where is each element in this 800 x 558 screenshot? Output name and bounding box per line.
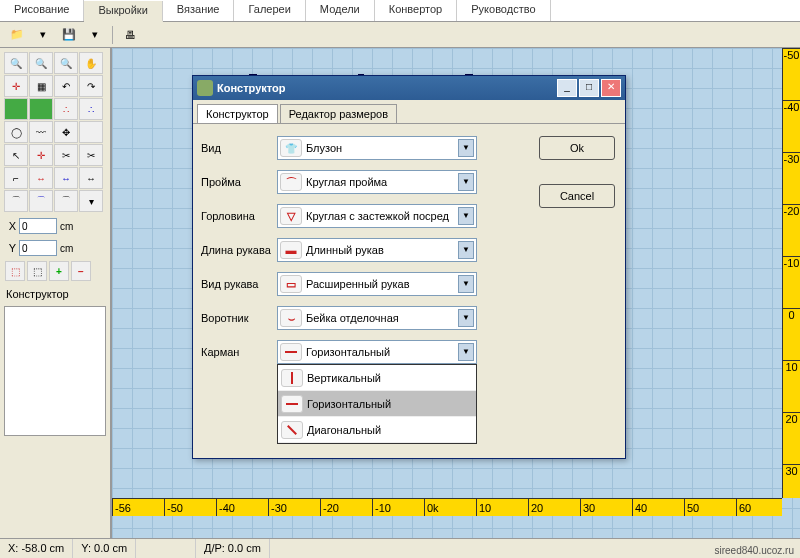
- field-label-sleeve-type: Вид рукава: [201, 278, 277, 290]
- corner-a-icon[interactable]: ⌐: [4, 167, 28, 189]
- combo-sleeve-len[interactable]: ▬ Длинный рукав ▼: [277, 238, 477, 262]
- dialog-title: Конструктор: [217, 82, 555, 94]
- front-piece-icon[interactable]: [4, 98, 28, 120]
- watermark: sireed840.ucoz.ru: [715, 545, 795, 556]
- chevron-down-icon[interactable]: ▾: [32, 25, 54, 45]
- y-label: Y: [6, 242, 16, 254]
- chevron-down-icon[interactable]: ▼: [458, 173, 474, 191]
- tab-constructor[interactable]: Конструктор: [197, 104, 278, 123]
- cancel-button[interactable]: Cancel: [539, 184, 615, 208]
- dropdown-item-vertical[interactable]: Вертикальный: [278, 365, 476, 391]
- mirror-x-icon[interactable]: ↔: [29, 167, 53, 189]
- status-y: Y: 0.0 cm: [73, 539, 136, 558]
- combo-armhole[interactable]: ⌒ Круглая пройма ▼: [277, 170, 477, 194]
- redo-icon[interactable]: ↷: [79, 75, 103, 97]
- combo-collar[interactable]: ⌣ Бейка отделочная ▼: [277, 306, 477, 330]
- dialog-tabs: Конструктор Редактор размеров: [193, 100, 625, 123]
- grid-icon[interactable]: ▦: [29, 75, 53, 97]
- cut-b-icon[interactable]: ✂: [79, 144, 103, 166]
- maximize-button[interactable]: □: [579, 79, 599, 97]
- tab-converter[interactable]: Конвертор: [375, 0, 457, 21]
- status-empty: [136, 539, 196, 558]
- remove-icon[interactable]: −: [71, 261, 91, 281]
- sleeve-len-icon: ▬: [280, 241, 302, 259]
- separator: [112, 26, 113, 44]
- curve-a-icon[interactable]: ⌒: [4, 190, 28, 212]
- tool-palette: 🔍 🔍 🔍 ✋ ✛ ▦ ↶ ↷ ∴ ∴ ◯ 〰 ✥ ↖ ✛ ✂ ✂ ⌐ ↔ ↔ …: [0, 48, 112, 538]
- status-dr: Д/Р: 0.0 cm: [196, 539, 270, 558]
- dropdown-item-diagonal[interactable]: Диагональный: [278, 417, 476, 443]
- chevron-down-icon[interactable]: ▼: [458, 139, 474, 157]
- x-input[interactable]: [19, 218, 57, 234]
- ok-button[interactable]: Ok: [539, 136, 615, 160]
- combo-neckline[interactable]: ▽ Круглая с застежкой посред ▼: [277, 204, 477, 228]
- y-input[interactable]: [19, 240, 57, 256]
- path-icon[interactable]: 〰: [29, 121, 53, 143]
- tab-galleries[interactable]: Галереи: [234, 0, 305, 21]
- combo-value: Длинный рукав: [306, 244, 458, 256]
- mirror-y-icon[interactable]: ↔: [54, 167, 78, 189]
- coord-y-row: Y cm: [2, 238, 108, 258]
- crosshair-icon[interactable]: ✛: [4, 75, 28, 97]
- chevron-down-icon[interactable]: ▼: [458, 241, 474, 259]
- tab-models[interactable]: Модели: [306, 0, 375, 21]
- add-icon[interactable]: +: [49, 261, 69, 281]
- dropdown-item-label: Вертикальный: [307, 372, 381, 384]
- undo-icon[interactable]: ↶: [54, 75, 78, 97]
- dialog-titlebar[interactable]: Конструктор _ □ ✕: [193, 76, 625, 100]
- cut-a-icon[interactable]: ✂: [54, 144, 78, 166]
- chevron-down-icon[interactable]: ▼: [458, 309, 474, 327]
- field-label-collar: Воротник: [201, 312, 277, 324]
- armhole-icon: ⌒: [280, 173, 302, 191]
- chevron-down-icon[interactable]: ▼: [458, 207, 474, 225]
- circle-icon[interactable]: ◯: [4, 121, 28, 143]
- points-a-icon[interactable]: ∴: [54, 98, 78, 120]
- tab-size-editor[interactable]: Редактор размеров: [280, 104, 397, 123]
- node-x-icon[interactable]: ✛: [29, 144, 53, 166]
- tab-manual[interactable]: Руководство: [457, 0, 550, 21]
- ruler-horizontal: -56-50-40-30-20-100k102030405060: [112, 498, 782, 516]
- select-rect-icon[interactable]: ⬚: [5, 261, 25, 281]
- print-icon[interactable]: 🖶: [119, 25, 141, 45]
- curve-y-icon[interactable]: ⌒: [29, 190, 53, 212]
- chevron-down-icon[interactable]: ▼: [458, 343, 474, 361]
- zoom-out-icon[interactable]: 🔍: [29, 52, 53, 74]
- chevron-down-icon[interactable]: ▾: [84, 25, 106, 45]
- dropdown-item-label: Горизонтальный: [307, 398, 391, 410]
- minimize-button[interactable]: _: [557, 79, 577, 97]
- deselect-icon[interactable]: ⬚: [27, 261, 47, 281]
- pocket-icon: [280, 343, 302, 361]
- combo-pocket[interactable]: Горизонтальный ▼: [277, 340, 477, 364]
- combo-sleeve-type[interactable]: ▭ Расширенный рукав ▼: [277, 272, 477, 296]
- unit-label: cm: [60, 221, 73, 232]
- back-piece-icon[interactable]: [29, 98, 53, 120]
- diagonal-icon: [281, 421, 303, 439]
- open-icon[interactable]: 📁: [6, 25, 28, 45]
- tab-drawing[interactable]: Рисование: [0, 0, 84, 21]
- dropdown-item-label: Диагональный: [307, 424, 381, 436]
- move-icon[interactable]: ✥: [54, 121, 78, 143]
- tab-patterns[interactable]: Выкройки: [84, 1, 162, 22]
- field-label-neckline: Горловина: [201, 210, 277, 222]
- preview-area: [4, 306, 106, 436]
- select-icon[interactable]: ↖: [4, 144, 28, 166]
- vertical-icon: [281, 369, 303, 387]
- save-icon[interactable]: 💾: [58, 25, 80, 45]
- field-label-pocket: Карман: [201, 346, 277, 358]
- dropdown-item-horizontal[interactable]: Горизонтальный: [278, 391, 476, 417]
- curve-b-icon[interactable]: ⌒: [54, 190, 78, 212]
- mirror-xy-icon[interactable]: ↔: [79, 167, 103, 189]
- zoom-fit-icon[interactable]: 🔍: [54, 52, 78, 74]
- combo-value: Бейка отделочная: [306, 312, 458, 324]
- close-button[interactable]: ✕: [601, 79, 621, 97]
- pan-icon[interactable]: ✋: [79, 52, 103, 74]
- chevron-down-icon[interactable]: ▾: [79, 190, 103, 212]
- tab-knitting[interactable]: Вязание: [163, 0, 235, 21]
- zoom-in-icon[interactable]: 🔍: [4, 52, 28, 74]
- combo-type[interactable]: 👕 Блузон ▼: [277, 136, 477, 160]
- pocket-dropdown: Вертикальный Горизонтальный Диагональный: [277, 364, 477, 444]
- points-b-icon[interactable]: ∴: [79, 98, 103, 120]
- chevron-down-icon[interactable]: ▼: [458, 275, 474, 293]
- constructor-dialog: Конструктор _ □ ✕ Конструктор Редактор р…: [192, 75, 626, 459]
- combo-value: Горизонтальный: [306, 346, 458, 358]
